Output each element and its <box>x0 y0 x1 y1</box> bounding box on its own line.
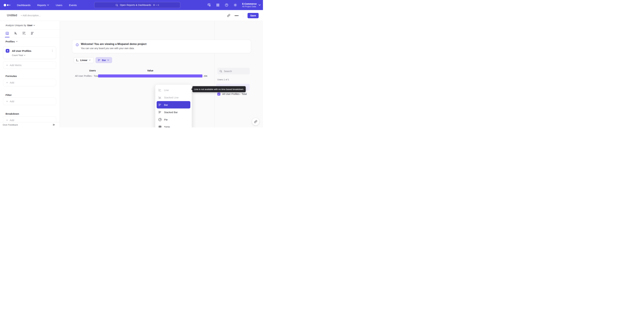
retention-tab-icon <box>30 32 34 35</box>
menu-item-table[interactable]: Table <box>157 123 190 128</box>
search-placeholder: Open Reports & Dashboards <box>120 4 151 6</box>
welcome-subtitle: You can use any board you see with your … <box>81 47 134 50</box>
add-formula-button[interactable]: + Add <box>3 79 56 86</box>
more-actions-button[interactable]: ••• <box>234 15 239 16</box>
legend-series-row[interactable]: All User Profiles - Total <box>217 92 247 96</box>
check-icon <box>218 93 220 95</box>
tab-retention[interactable] <box>28 30 36 38</box>
header-divider <box>243 14 243 18</box>
give-feedback-link[interactable]: Give Feedback <box>3 124 18 126</box>
search-shortcut: ⌘ + K <box>153 4 159 6</box>
disabled-option-tooltip: Line is not available with no time based… <box>192 86 246 92</box>
chevron-down-icon <box>107 60 109 61</box>
report-type-tabs <box>0 30 60 38</box>
insights-tab-icon <box>5 32 9 35</box>
info-icon <box>76 43 79 46</box>
breakdown-heading: Breakdown <box>6 112 19 115</box>
search-icon <box>116 4 118 6</box>
copy-link-button[interactable] <box>227 14 230 17</box>
nav-item-dashboards[interactable]: Dashboards <box>17 4 30 6</box>
plus-icon: + <box>6 81 8 84</box>
data-management-icon[interactable] <box>207 3 211 7</box>
chart-type-button[interactable]: Bar <box>96 57 112 63</box>
mixpanel-insights-page: Dashboards Reports Users Events Open Rep… <box>0 0 263 128</box>
series-label: All User Profiles - Total <box>222 93 247 96</box>
legend-search-box[interactable] <box>217 68 250 74</box>
filter-heading: Filter <box>6 94 12 96</box>
menu-item-stacked-bar[interactable]: Stacked Bar <box>157 108 190 116</box>
bar-segment[interactable] <box>98 74 202 78</box>
linear-axis-icon <box>76 59 79 62</box>
report-title[interactable]: Untitled <box>7 14 17 17</box>
tab-flows[interactable] <box>20 30 28 38</box>
funnels-tab-icon <box>14 32 18 35</box>
report-canvas: Welcome! You are viewing a Mixpanel demo… <box>60 21 263 128</box>
chevron-down-icon <box>16 41 18 42</box>
bar-chart-icon <box>158 103 162 106</box>
collapse-sidebar-button[interactable] <box>52 124 55 126</box>
line-chart-icon <box>158 88 162 92</box>
column-header-users: Users <box>74 69 96 72</box>
save-button[interactable]: Save <box>248 13 258 18</box>
add-description-field[interactable]: + Add description... <box>21 14 40 17</box>
stacked-line-chart-icon <box>158 96 162 99</box>
tab-funnels[interactable] <box>12 30 20 38</box>
table-icon <box>158 125 162 128</box>
metric-letter-badge: A <box>6 49 10 53</box>
query-builder-sidebar: Analyze Uniques by User Profiles <box>0 21 60 128</box>
bar-chart-icon <box>98 59 100 62</box>
metric-card[interactable]: A All User Profiles ⋮ Count Total <box>3 46 56 59</box>
welcome-banner: Welcome! You are viewing a Mixpanel demo… <box>72 40 251 53</box>
stacked-bar-chart-icon <box>158 110 162 114</box>
project-name: E-Commerce <box>242 2 256 5</box>
link-icon <box>227 14 230 17</box>
time-scale-button[interactable]: Linear <box>74 57 94 63</box>
flows-tab-icon <box>22 32 26 35</box>
menu-item-pie[interactable]: Pie <box>157 116 190 123</box>
report-header: Untitled + Add description... ••• Save <box>0 10 263 21</box>
chevron-down-icon <box>258 4 260 6</box>
help-icon[interactable] <box>225 3 228 7</box>
analyze-entity-select[interactable]: User <box>27 24 35 27</box>
profiles-heading[interactable]: Profiles <box>6 40 60 43</box>
chevron-down-icon <box>24 55 25 56</box>
series-checkbox[interactable] <box>217 92 220 96</box>
pie-chart-icon <box>158 118 162 121</box>
column-header-value: Value <box>98 69 202 72</box>
chevron-down-icon <box>89 60 90 61</box>
gear-icon[interactable] <box>234 3 237 7</box>
nav-item-events[interactable]: Events <box>69 4 77 6</box>
project-switcher[interactable]: E-Commerce All Project Data <box>242 2 260 8</box>
add-filter-button[interactable]: + Add <box>3 98 56 105</box>
chart-type-menu: Line Stacked Line Bar Stacked Bar Pie Ta… <box>155 84 192 128</box>
menu-item-line[interactable]: Line <box>157 86 190 94</box>
top-nav: Dashboards Reports Users Events Open Rep… <box>0 0 263 10</box>
legend-search-input[interactable] <box>224 70 246 72</box>
nav-right-group: E-Commerce All Project Data <box>207 0 260 10</box>
welcome-title: Welcome! You are viewing a Mixpanel demo… <box>81 42 146 46</box>
aggregation-select[interactable]: Count Total <box>12 54 56 56</box>
apps-grid-icon[interactable] <box>216 3 220 7</box>
sidebar-footer: Give Feedback <box>0 122 60 128</box>
plus-icon: + <box>6 100 8 103</box>
nav-links: Dashboards Reports Users Events <box>17 4 77 6</box>
legend-count-label: Users 1 of 1 <box>217 78 229 81</box>
global-search-button[interactable]: Open Reports & Dashboards ⌘ + K <box>94 2 180 8</box>
menu-item-bar[interactable]: Bar <box>157 101 190 108</box>
mixpanel-logo-icon[interactable] <box>4 4 10 6</box>
plus-icon: + <box>6 118 8 122</box>
menu-item-stacked-line[interactable]: Stacked Line <box>157 94 190 101</box>
plus-icon: + <box>6 64 8 67</box>
nav-item-users[interactable]: Users <box>56 4 62 6</box>
share-link-fab[interactable] <box>252 118 259 125</box>
tab-insights[interactable] <box>3 30 12 38</box>
nav-item-reports[interactable]: Reports <box>37 4 49 6</box>
kebab-menu-icon[interactable]: ⋮ <box>51 50 54 52</box>
collapse-left-icon <box>52 124 55 126</box>
link-icon <box>254 120 257 123</box>
search-icon <box>219 70 222 72</box>
analyze-uniques-row: Analyze Uniques by User <box>0 21 60 27</box>
chevron-down-icon <box>47 4 49 6</box>
add-metric-button[interactable]: + Add Metric <box>3 61 56 69</box>
metric-name[interactable]: All User Profiles <box>12 50 51 52</box>
